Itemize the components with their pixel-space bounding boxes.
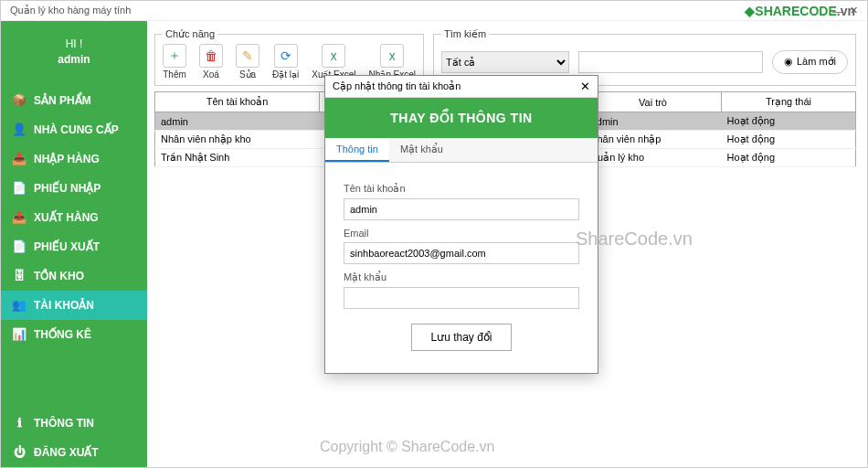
fn-icon: x (322, 44, 345, 68)
sidebar-item-5[interactable]: 📄PHIẾU XUẤT (1, 232, 147, 261)
greeting: HI ! (1, 37, 147, 50)
tab-thongtin[interactable]: Thông tin (325, 138, 389, 162)
update-account-modal: Cập nhật thông tin tài khoản ✕ THAY ĐỔI … (324, 75, 598, 374)
sidebar-icon: 📦 (12, 93, 26, 108)
save-button[interactable]: Lưu thay đổi (411, 324, 511, 351)
label-email: Email (344, 228, 579, 239)
sidebar-item-label: PHIẾU NHẬP (34, 182, 101, 195)
modal-header: THAY ĐỔI THÔNG TIN (325, 98, 598, 138)
sidebar-icon: 📥 (12, 152, 26, 166)
input-email[interactable] (344, 242, 579, 264)
sidebar-item-label: ĐĂNG XUẤT (34, 446, 99, 459)
sidebar-icon: ⏻ (12, 445, 26, 460)
sidebar-item-label: TÀI KHOẢN (34, 299, 94, 312)
table-header: Tên tài khoản (155, 92, 320, 112)
brand-logo: ◆SHARECODE.vn (745, 4, 855, 18)
fn-icon: ✎ (236, 44, 259, 68)
sidebar-item-1[interactable]: 👤NHÀ CUNG CẤP (1, 115, 147, 144)
sidebar-icon: 👥 (12, 298, 26, 313)
sidebar-item-4[interactable]: 📤XUẤT HÀNG (1, 203, 147, 232)
label-ten: Tên tài khoản (344, 183, 579, 195)
sidebar-item-label: NHÀ CUNG CẤP (34, 123, 119, 136)
input-ten[interactable] (344, 198, 579, 220)
sidebar-item-label: THÔNG TIN (34, 417, 94, 430)
fn-icon: ⟳ (274, 44, 298, 68)
modal-close-button[interactable]: ✕ (580, 80, 590, 93)
sidebar-icon: 📄 (12, 181, 26, 196)
fn-icon: 🗑 (199, 44, 223, 68)
refresh-icon: ◉ (784, 56, 793, 68)
titlebar: Quản lý kho hàng máy tính — ✕ (1, 1, 867, 21)
tab-matkhau[interactable]: Mật khẩu (389, 138, 454, 162)
sidebar-icon: 🗄 (12, 269, 26, 283)
sidebar-icon: 📤 (12, 210, 26, 225)
sidebar-item-label: XUẤT HÀNG (34, 211, 99, 224)
sidebar-item-label: THỐNG KÊ (34, 328, 91, 341)
sidebar-item-2[interactable]: 📥NHẬP HÀNG (1, 144, 147, 174)
fn-icon: x (380, 44, 404, 68)
sidebar-icon: 📊 (12, 327, 26, 342)
sidebar: HI ! admin 📦SẢN PHẨM👤NHÀ CUNG CẤP📥NHẬP H… (1, 21, 147, 467)
search-input[interactable] (578, 51, 763, 73)
fn-Thêm[interactable]: ＋Thêm (163, 44, 186, 80)
filter-select[interactable]: Tất cả (441, 51, 569, 73)
fn-Đặt lại[interactable]: ⟳Đặt lại (272, 44, 299, 80)
sidebar-item-label: TỒN KHO (34, 270, 84, 282)
sidebar-footer-0[interactable]: ℹTHÔNG TIN (1, 409, 147, 438)
sidebar-footer-1[interactable]: ⏻ĐĂNG XUẤT (1, 438, 147, 467)
current-user: admin (1, 53, 147, 66)
table-header: Trạng thái (722, 92, 856, 112)
table-header: Vai trò (585, 92, 722, 112)
window-title: Quản lý kho hàng máy tính (10, 5, 131, 16)
fn-Xoá[interactable]: 🗑Xoá (199, 44, 223, 80)
refresh-button[interactable]: ◉Làm mới (772, 50, 848, 74)
modal-title: Cập nhật thông tin tài khoản (333, 80, 460, 92)
fn-icon: ＋ (163, 44, 186, 68)
sidebar-icon: ℹ (12, 416, 26, 431)
sidebar-item-label: SẢN PHẨM (34, 94, 91, 107)
sidebar-item-label: PHIẾU XUẤT (34, 240, 100, 253)
sidebar-item-7[interactable]: 👥TÀI KHOẢN (1, 291, 147, 320)
sidebar-icon: 📄 (12, 239, 26, 254)
sidebar-item-3[interactable]: 📄PHIẾU NHẬP (1, 174, 147, 203)
sidebar-item-8[interactable]: 📊THỐNG KÊ (1, 320, 147, 349)
panel-chucnang-legend: Chức năng (163, 28, 217, 40)
sidebar-item-label: NHẬP HÀNG (34, 153, 100, 165)
sidebar-icon: 👤 (12, 122, 26, 137)
input-matkhau[interactable] (344, 287, 579, 309)
fn-Sửa[interactable]: ✎Sửa (236, 44, 259, 80)
panel-timkiem-legend: Tìm kiếm (441, 28, 489, 40)
sidebar-item-0[interactable]: 📦SẢN PHẨM (1, 86, 147, 115)
label-matkhau: Mật khẩu (344, 271, 579, 283)
sidebar-item-6[interactable]: 🗄TỒN KHO (1, 261, 147, 291)
